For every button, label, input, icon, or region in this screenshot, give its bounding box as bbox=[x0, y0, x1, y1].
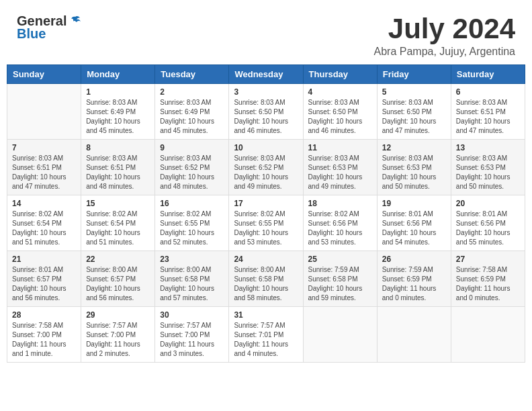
calendar-cell: 30Sunrise: 7:57 AM Sunset: 7:00 PM Dayli… bbox=[155, 307, 229, 363]
logo-blue-text: Blue bbox=[17, 26, 46, 42]
day-number: 20 bbox=[456, 199, 520, 208]
calendar-cell: 20Sunrise: 8:01 AM Sunset: 6:56 PM Dayli… bbox=[451, 195, 525, 251]
calendar-cell: 1Sunrise: 8:03 AM Sunset: 6:49 PM Daylig… bbox=[81, 84, 155, 140]
day-info: Sunrise: 8:03 AM Sunset: 6:51 PM Dayligh… bbox=[456, 98, 520, 136]
day-info: Sunrise: 8:03 AM Sunset: 6:52 PM Dayligh… bbox=[160, 154, 224, 191]
day-info: Sunrise: 8:00 AM Sunset: 6:58 PM Dayligh… bbox=[160, 265, 224, 303]
day-number: 30 bbox=[160, 310, 224, 320]
calendar-cell: 11Sunrise: 8:03 AM Sunset: 6:53 PM Dayli… bbox=[303, 140, 377, 195]
day-number: 29 bbox=[86, 310, 150, 320]
day-info: Sunrise: 8:03 AM Sunset: 6:51 PM Dayligh… bbox=[86, 154, 150, 191]
day-number: 27 bbox=[456, 255, 520, 264]
calendar-cell: 7Sunrise: 8:03 AM Sunset: 6:51 PM Daylig… bbox=[7, 140, 81, 195]
calendar-week-row: 7Sunrise: 8:03 AM Sunset: 6:51 PM Daylig… bbox=[7, 140, 525, 195]
day-number: 23 bbox=[160, 255, 224, 264]
day-number: 11 bbox=[308, 143, 372, 152]
day-info: Sunrise: 7:58 AM Sunset: 7:00 PM Dayligh… bbox=[12, 321, 76, 359]
day-number: 3 bbox=[234, 87, 298, 97]
calendar-cell: 16Sunrise: 8:02 AM Sunset: 6:55 PM Dayli… bbox=[155, 195, 229, 251]
day-number: 16 bbox=[160, 199, 224, 208]
calendar-cell bbox=[451, 307, 525, 363]
day-number: 26 bbox=[382, 255, 446, 264]
calendar-cell: 2Sunrise: 8:03 AM Sunset: 6:49 PM Daylig… bbox=[155, 84, 229, 140]
day-number: 24 bbox=[234, 255, 298, 264]
calendar-header-row: SundayMondayTuesdayWednesdayThursdayFrid… bbox=[7, 65, 525, 84]
header: General Blue July 2024 Abra Pampa, Jujuy… bbox=[7, 7, 525, 61]
day-number: 6 bbox=[456, 87, 520, 97]
calendar-week-row: 14Sunrise: 8:02 AM Sunset: 6:54 PM Dayli… bbox=[7, 195, 525, 251]
calendar-cell: 26Sunrise: 7:59 AM Sunset: 6:59 PM Dayli… bbox=[377, 251, 451, 307]
day-header-thursday: Thursday bbox=[303, 65, 377, 84]
day-info: Sunrise: 8:03 AM Sunset: 6:53 PM Dayligh… bbox=[308, 154, 372, 191]
day-number: 31 bbox=[234, 310, 298, 320]
calendar-cell: 19Sunrise: 8:01 AM Sunset: 6:56 PM Dayli… bbox=[377, 195, 451, 251]
calendar-cell: 10Sunrise: 8:03 AM Sunset: 6:52 PM Dayli… bbox=[229, 140, 303, 195]
calendar-cell bbox=[303, 307, 377, 363]
day-number: 15 bbox=[86, 199, 150, 208]
day-info: Sunrise: 8:03 AM Sunset: 6:50 PM Dayligh… bbox=[308, 98, 372, 136]
day-info: Sunrise: 8:02 AM Sunset: 6:54 PM Dayligh… bbox=[12, 210, 76, 247]
day-number: 4 bbox=[308, 87, 372, 97]
calendar-cell: 21Sunrise: 8:01 AM Sunset: 6:57 PM Dayli… bbox=[7, 251, 81, 307]
logo: General Blue bbox=[17, 13, 83, 42]
day-info: Sunrise: 7:57 AM Sunset: 7:00 PM Dayligh… bbox=[86, 321, 150, 359]
day-number: 25 bbox=[308, 255, 372, 264]
day-info: Sunrise: 7:59 AM Sunset: 6:59 PM Dayligh… bbox=[382, 265, 446, 303]
calendar-cell bbox=[377, 307, 451, 363]
day-info: Sunrise: 8:03 AM Sunset: 6:50 PM Dayligh… bbox=[382, 98, 446, 136]
day-info: Sunrise: 8:03 AM Sunset: 6:53 PM Dayligh… bbox=[382, 154, 446, 191]
calendar-cell: 13Sunrise: 8:03 AM Sunset: 6:53 PM Dayli… bbox=[451, 140, 525, 195]
calendar-week-row: 21Sunrise: 8:01 AM Sunset: 6:57 PM Dayli… bbox=[7, 251, 525, 307]
day-info: Sunrise: 8:00 AM Sunset: 6:57 PM Dayligh… bbox=[86, 265, 150, 303]
day-info: Sunrise: 8:01 AM Sunset: 6:56 PM Dayligh… bbox=[382, 210, 446, 247]
calendar-cell: 9Sunrise: 8:03 AM Sunset: 6:52 PM Daylig… bbox=[155, 140, 229, 195]
calendar-cell: 18Sunrise: 8:02 AM Sunset: 6:56 PM Dayli… bbox=[303, 195, 377, 251]
day-info: Sunrise: 8:03 AM Sunset: 6:52 PM Dayligh… bbox=[234, 154, 298, 191]
day-info: Sunrise: 8:03 AM Sunset: 6:50 PM Dayligh… bbox=[234, 98, 298, 136]
day-info: Sunrise: 8:00 AM Sunset: 6:58 PM Dayligh… bbox=[234, 265, 298, 303]
calendar-cell: 15Sunrise: 8:02 AM Sunset: 6:54 PM Dayli… bbox=[81, 195, 155, 251]
day-info: Sunrise: 8:03 AM Sunset: 6:51 PM Dayligh… bbox=[12, 154, 76, 191]
day-info: Sunrise: 8:02 AM Sunset: 6:55 PM Dayligh… bbox=[160, 210, 224, 247]
day-number: 14 bbox=[12, 199, 76, 208]
day-info: Sunrise: 7:59 AM Sunset: 6:58 PM Dayligh… bbox=[308, 265, 372, 303]
day-info: Sunrise: 8:03 AM Sunset: 6:49 PM Dayligh… bbox=[86, 98, 150, 136]
day-number: 7 bbox=[12, 143, 76, 152]
calendar-cell: 28Sunrise: 7:58 AM Sunset: 7:00 PM Dayli… bbox=[7, 307, 81, 363]
day-number: 9 bbox=[160, 143, 224, 152]
title-block: July 2024 Abra Pampa, Jujuy, Argentina bbox=[374, 13, 516, 58]
day-number: 28 bbox=[12, 310, 76, 320]
calendar-cell: 31Sunrise: 7:57 AM Sunset: 7:01 PM Dayli… bbox=[229, 307, 303, 363]
day-info: Sunrise: 8:03 AM Sunset: 6:53 PM Dayligh… bbox=[456, 154, 520, 191]
calendar-cell: 22Sunrise: 8:00 AM Sunset: 6:57 PM Dayli… bbox=[81, 251, 155, 307]
day-number: 1 bbox=[86, 87, 150, 97]
day-info: Sunrise: 8:01 AM Sunset: 6:57 PM Dayligh… bbox=[12, 265, 76, 303]
day-number: 5 bbox=[382, 87, 446, 97]
calendar-cell: 27Sunrise: 7:58 AM Sunset: 6:59 PM Dayli… bbox=[451, 251, 525, 307]
day-header-friday: Friday bbox=[377, 65, 451, 84]
day-info: Sunrise: 7:57 AM Sunset: 7:00 PM Dayligh… bbox=[160, 321, 224, 359]
day-number: 8 bbox=[86, 143, 150, 152]
calendar-week-row: 1Sunrise: 8:03 AM Sunset: 6:49 PM Daylig… bbox=[7, 84, 525, 140]
calendar-cell: 29Sunrise: 7:57 AM Sunset: 7:00 PM Dayli… bbox=[81, 307, 155, 363]
day-info: Sunrise: 8:02 AM Sunset: 6:56 PM Dayligh… bbox=[308, 210, 372, 247]
calendar-cell bbox=[7, 84, 81, 140]
day-info: Sunrise: 8:02 AM Sunset: 6:54 PM Dayligh… bbox=[86, 210, 150, 247]
day-number: 22 bbox=[86, 255, 150, 264]
day-info: Sunrise: 8:01 AM Sunset: 6:56 PM Dayligh… bbox=[456, 210, 520, 247]
day-info: Sunrise: 7:57 AM Sunset: 7:01 PM Dayligh… bbox=[234, 321, 298, 359]
day-header-wednesday: Wednesday bbox=[229, 65, 303, 84]
day-number: 2 bbox=[160, 87, 224, 97]
calendar-cell: 12Sunrise: 8:03 AM Sunset: 6:53 PM Dayli… bbox=[377, 140, 451, 195]
subtitle: Abra Pampa, Jujuy, Argentina bbox=[374, 46, 516, 58]
day-header-sunday: Sunday bbox=[7, 65, 81, 84]
day-number: 17 bbox=[234, 199, 298, 208]
calendar-week-row: 28Sunrise: 7:58 AM Sunset: 7:00 PM Dayli… bbox=[7, 307, 525, 363]
calendar-cell: 14Sunrise: 8:02 AM Sunset: 6:54 PM Dayli… bbox=[7, 195, 81, 251]
main-title: July 2024 bbox=[374, 13, 516, 44]
day-number: 12 bbox=[382, 143, 446, 152]
day-number: 21 bbox=[12, 255, 76, 264]
day-number: 10 bbox=[234, 143, 298, 152]
calendar-table: SundayMondayTuesdayWednesdayThursdayFrid… bbox=[7, 64, 525, 363]
calendar-cell: 17Sunrise: 8:02 AM Sunset: 6:55 PM Dayli… bbox=[229, 195, 303, 251]
